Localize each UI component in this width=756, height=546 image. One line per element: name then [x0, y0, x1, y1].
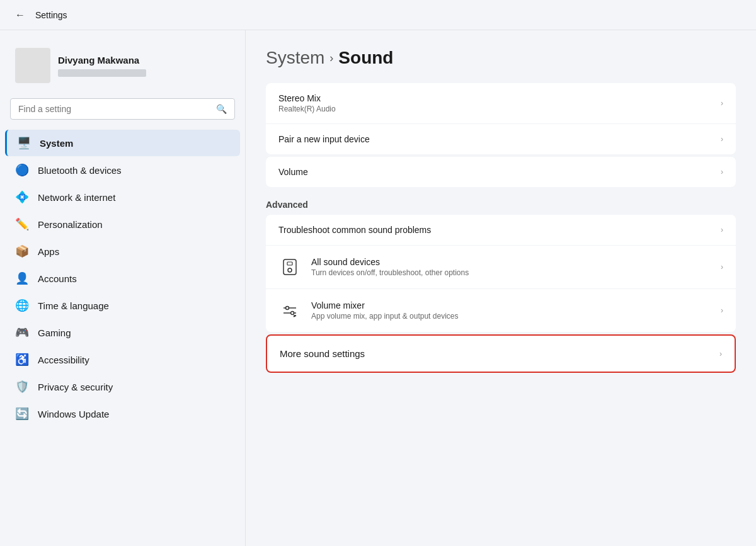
avatar: [15, 48, 50, 83]
volume-mixer-subtitle: App volume mix, app input & output devic…: [311, 312, 711, 321]
network-icon: 💠: [15, 190, 29, 204]
more-sound-settings-card: More sound settings ›: [266, 334, 736, 373]
sidebar-item-label: Network & internet: [38, 192, 115, 203]
more-sound-settings-text: More sound settings: [280, 348, 719, 359]
sidebar-item-label: Time & language: [38, 300, 109, 311]
breadcrumb-parent: System: [266, 48, 324, 68]
sidebar-item-label: Apps: [38, 246, 59, 257]
more-sound-settings-title: More sound settings: [280, 348, 719, 359]
chevron-right-icon: ›: [721, 263, 723, 271]
breadcrumb-chevron: ›: [329, 52, 333, 65]
sound-device-icon: [278, 256, 301, 278]
bluetooth-icon: 🔵: [15, 163, 29, 177]
chevron-right-icon: ›: [721, 168, 723, 176]
troubleshoot-item[interactable]: Troubleshoot common sound problems ›: [266, 215, 736, 246]
volume-mixer-item[interactable]: Volume mixer App volume mix, app input &…: [266, 289, 736, 332]
search-box[interactable]: 🔍: [10, 98, 235, 120]
svg-point-6: [291, 312, 294, 315]
time-icon: 🌐: [15, 299, 29, 312]
volume-mixer-title: Volume mixer: [311, 300, 711, 310]
sidebar-item-time[interactable]: 🌐 Time & language: [5, 292, 240, 319]
advanced-section-label: Advanced: [266, 200, 736, 210]
chevron-right-icon: ›: [721, 135, 723, 144]
apps-icon: 📦: [15, 244, 29, 258]
troubleshoot-title: Troubleshoot common sound problems: [278, 225, 711, 235]
volume-item[interactable]: Volume ›: [266, 157, 736, 187]
pair-input-text: Pair a new input device: [278, 134, 711, 144]
search-icon: 🔍: [216, 104, 227, 114]
chevron-right-icon: ›: [721, 306, 723, 315]
accessibility-icon: ♿: [15, 353, 29, 367]
advanced-card: Troubleshoot common sound problems › All…: [266, 215, 736, 332]
user-email-bar: [58, 69, 146, 77]
content-area: System › Sound Stereo Mix Realtek(R) Aud…: [246, 30, 756, 546]
sidebar-item-label: Bluetooth & devices: [38, 165, 122, 176]
volume-card: Volume ›: [266, 157, 736, 187]
all-sound-devices-item[interactable]: All sound devices Turn devices on/off, t…: [266, 246, 736, 289]
chevron-right-icon: ›: [721, 225, 723, 234]
more-sound-settings-item[interactable]: More sound settings ›: [267, 336, 735, 372]
gaming-icon: 🎮: [15, 326, 29, 339]
input-devices-card: Stereo Mix Realtek(R) Audio › Pair a new…: [266, 83, 736, 154]
sidebar-item-label: Accounts: [38, 273, 77, 284]
privacy-icon: 🛡️: [15, 380, 29, 394]
sidebar-item-apps[interactable]: 📦 Apps: [5, 238, 240, 264]
sidebar-item-label: Gaming: [38, 327, 71, 338]
svg-point-4: [286, 307, 289, 310]
sidebar-item-bluetooth[interactable]: 🔵 Bluetooth & devices: [5, 157, 240, 183]
chevron-right-icon: ›: [719, 350, 722, 358]
search-input[interactable]: [18, 104, 211, 114]
sidebar-item-label: Accessibility: [38, 355, 89, 365]
app-title: Settings: [35, 10, 67, 20]
main-layout: Divyang Makwana 🔍 🖥️ System 🔵 Bluetooth …: [0, 30, 756, 546]
user-name: Divyang Makwana: [58, 55, 146, 65]
volume-mixer-icon: [278, 299, 301, 322]
sidebar-item-privacy[interactable]: 🛡️ Privacy & security: [5, 373, 240, 400]
stereo-mix-title: Stereo Mix: [278, 93, 711, 103]
titlebar: ← Settings: [0, 0, 756, 30]
system-icon: 🖥️: [17, 136, 31, 150]
svg-rect-2: [287, 262, 292, 265]
accounts-icon: 👤: [15, 271, 29, 285]
sidebar-item-windows-update[interactable]: 🔄 Windows Update: [5, 401, 240, 427]
stereo-mix-item[interactable]: Stereo Mix Realtek(R) Audio ›: [266, 83, 736, 124]
sidebar-item-label: System: [40, 138, 73, 149]
all-sound-devices-subtitle: Turn devices on/off, troubleshoot, other…: [311, 268, 711, 277]
chevron-right-icon: ›: [721, 99, 723, 108]
sidebar-item-label: Windows Update: [38, 409, 109, 419]
personalization-icon: ✏️: [15, 217, 29, 231]
sidebar-item-network[interactable]: 💠 Network & internet: [5, 184, 240, 210]
stereo-mix-text: Stereo Mix Realtek(R) Audio: [278, 93, 711, 113]
all-sound-devices-text: All sound devices Turn devices on/off, t…: [311, 257, 711, 277]
sidebar: Divyang Makwana 🔍 🖥️ System 🔵 Bluetooth …: [0, 30, 246, 546]
sidebar-item-accessibility[interactable]: ♿ Accessibility: [5, 346, 240, 373]
sidebar-nav: 🖥️ System 🔵 Bluetooth & devices 💠 Networ…: [5, 130, 240, 427]
svg-point-1: [288, 268, 292, 272]
breadcrumb-current: Sound: [338, 48, 393, 68]
stereo-mix-subtitle: Realtek(R) Audio: [278, 105, 711, 113]
page-header: System › Sound: [266, 48, 736, 68]
sidebar-item-accounts[interactable]: 👤 Accounts: [5, 265, 240, 292]
troubleshoot-text: Troubleshoot common sound problems: [278, 225, 711, 235]
all-sound-devices-title: All sound devices: [311, 257, 711, 267]
volume-mixer-text: Volume mixer App volume mix, app input &…: [311, 300, 711, 321]
volume-title: Volume: [278, 167, 711, 177]
back-button[interactable]: ←: [10, 5, 30, 25]
volume-text: Volume: [278, 167, 711, 177]
sidebar-item-label: Personalization: [38, 219, 103, 230]
user-section: Divyang Makwana: [5, 40, 240, 91]
sidebar-item-label: Privacy & security: [38, 382, 113, 392]
sidebar-item-personalization[interactable]: ✏️ Personalization: [5, 211, 240, 237]
windows-update-icon: 🔄: [15, 407, 29, 421]
pair-input-title: Pair a new input device: [278, 134, 711, 144]
sidebar-item-system[interactable]: 🖥️ System: [5, 130, 240, 156]
user-info: Divyang Makwana: [58, 55, 146, 77]
pair-input-item[interactable]: Pair a new input device ›: [266, 124, 736, 154]
sidebar-item-gaming[interactable]: 🎮 Gaming: [5, 319, 240, 346]
